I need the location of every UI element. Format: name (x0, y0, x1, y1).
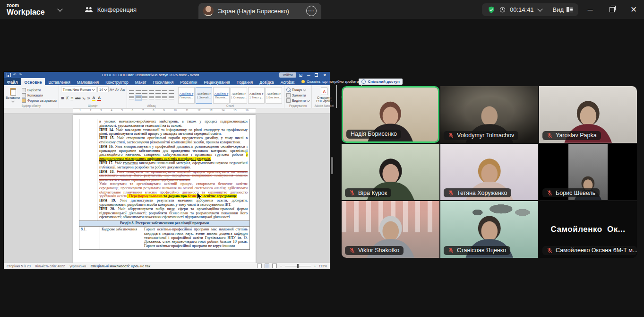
word-signin-button[interactable]: Увійти (279, 72, 296, 78)
sort-icon[interactable] (162, 90, 167, 95)
strikethrough-button[interactable]: abc (75, 97, 80, 100)
style-card[interactable]: АаБбВвГгПерелік... (213, 87, 230, 104)
participant-tile[interactable]: Станіслав Яценко (440, 201, 538, 258)
word-close-icon[interactable]: ✕ (323, 73, 326, 78)
view-button[interactable]: Вид (553, 6, 573, 13)
word-tab[interactable]: Посилання (150, 78, 177, 85)
window-close-button[interactable]: ✕ (626, 0, 642, 19)
superscript-button[interactable]: x² (87, 97, 90, 100)
font-name-select[interactable]: Times New Roman (61, 87, 96, 92)
style-card[interactable]: АаБбВвГг1 Звичай... (196, 87, 212, 104)
word-tab[interactable]: Основне (21, 78, 45, 85)
word-minimize-icon[interactable]: ─ (307, 73, 310, 78)
align-left-icon[interactable] (129, 96, 134, 100)
word-tab[interactable]: Вставлення (45, 78, 73, 85)
participant-tile[interactable]: Борис Шевель (539, 144, 637, 201)
participant-tile[interactable]: Viktor Shakotko (342, 201, 439, 258)
word-tab[interactable]: Малювання (74, 78, 102, 85)
italic-button[interactable]: К (66, 96, 69, 100)
font-size-select[interactable]: 14 (97, 87, 109, 92)
zoom-in-icon[interactable]: + (314, 264, 316, 268)
web-layout-icon[interactable] (272, 264, 277, 268)
tell-me-box[interactable]: Скажіть, що потрібно зробити (301, 78, 359, 85)
create-pdf-button[interactable]: Створити PDF-файл (314, 87, 335, 104)
copy-button[interactable]: Копіювати (22, 93, 57, 97)
increase-indent-icon[interactable] (155, 90, 161, 95)
workspace-chevron-down-icon[interactable] (57, 6, 62, 11)
word-restore-icon[interactable] (315, 73, 318, 77)
participant-name-text: Станіслав Яценко (457, 247, 506, 254)
show-paragraph-marks-icon[interactable] (169, 90, 174, 95)
style-card[interactable]: АаБбВвГгГіперпос... (178, 87, 195, 104)
decrease-indent-icon[interactable] (149, 90, 154, 95)
status-accessibility[interactable]: Спеціальні можливості: щось не так (91, 264, 150, 268)
participant-tile[interactable]: Volodymyr Tolmachov (440, 86, 538, 143)
security-shield-icon[interactable] (488, 6, 495, 14)
subscript-button[interactable]: x₂ (82, 97, 85, 100)
status-language[interactable]: українська (69, 264, 86, 268)
align-center-icon[interactable] (136, 96, 141, 100)
window-restore-button[interactable] (604, 0, 620, 19)
word-tab[interactable]: Файл (4, 78, 21, 85)
participant-tile[interactable]: Yaroslav Papka (539, 86, 637, 143)
zoom-percentage[interactable]: 113% (319, 264, 327, 268)
shading-icon[interactable] (162, 96, 167, 100)
save-icon[interactable] (7, 73, 11, 77)
tab-more-options-button[interactable]: ··· (306, 6, 317, 16)
replace-button[interactable]: Замінити (286, 93, 309, 97)
select-button[interactable]: Виділити (286, 98, 309, 103)
font-color-button[interactable]: А (97, 96, 101, 101)
print-layout-icon[interactable] (265, 264, 269, 268)
ribbon-display-options-icon[interactable]: ⊡ (299, 73, 303, 78)
grow-font-button[interactable]: А˄ (110, 88, 114, 92)
align-right-icon[interactable] (142, 96, 147, 100)
word-tab[interactable]: Довідка (256, 78, 277, 85)
word-tab[interactable]: Рецензування (200, 78, 233, 85)
document-canvas[interactable]: в умовах навчально-виробничих майстерень… (4, 114, 330, 263)
timer-chevron-down-icon[interactable] (537, 6, 542, 11)
word-tab[interactable]: Acrobat (277, 78, 298, 85)
numbered-list-icon[interactable] (136, 90, 141, 95)
borders-icon[interactable] (169, 96, 174, 100)
word-tab[interactable]: Конструктор (102, 78, 131, 85)
bullet-list-icon[interactable] (129, 90, 134, 95)
read-mode-icon[interactable] (257, 264, 262, 268)
redo-icon[interactable]: ↷ (19, 73, 22, 77)
tab-shared-screen[interactable]: Экран (Надія Борисенко) ··· (198, 3, 321, 19)
style-card[interactable]: АаБбВвГг1 Стандар... (231, 87, 247, 104)
style-card[interactable]: АаБбВвГг1 Без інте... (266, 87, 282, 104)
participant-tile[interactable]: Віра Курок (342, 144, 439, 201)
style-card[interactable]: АаБбВвГг1 Текст у... (248, 87, 265, 104)
justify-icon[interactable] (149, 96, 154, 100)
word-title-bar: ↶ ↷ ПРОЕКТ ОПП маг Технологічна вступ 20… (4, 72, 330, 78)
document-page[interactable]: в умовах навчально-виробничих майстерень… (73, 115, 256, 263)
word-tab[interactable]: Розсилки (177, 78, 200, 85)
zoom-slider[interactable] (285, 266, 311, 266)
tab-meeting[interactable]: Конференция (85, 6, 137, 13)
participant-tile[interactable]: Тетяна Хоруженко (440, 144, 538, 201)
word-tab[interactable]: Макет (132, 78, 150, 85)
quick-access-toolbar[interactable]: ↶ ↷ (7, 73, 22, 77)
zoom-slider-thumb[interactable] (297, 264, 299, 268)
bold-button[interactable]: Ж (61, 96, 64, 100)
participant-tile[interactable]: Самойленко Ок... Самойленко Оксана 6М-Т … (539, 201, 637, 258)
window-minimize-button[interactable]: ─ (582, 0, 598, 19)
zoom-out-icon[interactable]: − (280, 264, 282, 268)
participant-tile[interactable]: Надія Борисенко (342, 86, 439, 143)
word-tab[interactable]: Подання (233, 78, 256, 85)
shrink-font-button[interactable]: А˅ (115, 88, 120, 91)
find-button[interactable]: Пошук (286, 88, 309, 92)
shared-screen-scrollbar[interactable] (331, 157, 333, 174)
change-case-button[interactable]: Аа (120, 88, 125, 92)
status-page[interactable]: Сторінка 5 із 23 (7, 264, 31, 268)
line-spacing-icon[interactable] (155, 96, 161, 100)
share-button[interactable]: Спільний доступ (359, 79, 402, 85)
paste-button[interactable]: Вставити (6, 87, 20, 104)
format-painter-button[interactable]: Формат за зразком (22, 98, 57, 103)
cut-button[interactable]: Вирізати (22, 88, 57, 92)
underline-button[interactable]: П (70, 96, 73, 100)
multilevel-list-icon[interactable] (142, 90, 147, 95)
highlight-color-button[interactable]: А (92, 96, 96, 101)
status-words[interactable]: Кількість слів: 4822 (35, 264, 65, 268)
undo-icon[interactable]: ↶ (13, 73, 17, 77)
